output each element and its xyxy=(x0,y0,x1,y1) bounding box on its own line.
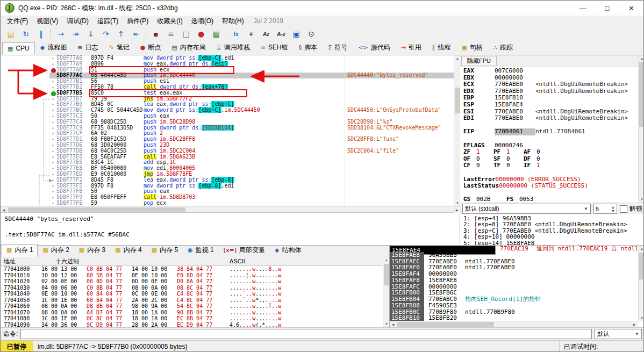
tab-cpu[interactable]: ▦CPU xyxy=(2,42,35,55)
stack-row[interactable]: 15E8FAE4770EAC19返回到 ntdll.770EAC19 自 ntd… xyxy=(390,246,638,252)
breakpoint-cell[interactable] xyxy=(49,189,56,195)
stack-row[interactable]: 15E8FAFC00000000 xyxy=(390,284,638,290)
stack-rows[interactable]: 15E8FAE4770EAC19返回到 ntdll.770EAC19 自 ntd… xyxy=(390,246,638,321)
tab-symbols[interactable]: Σ符号 xyxy=(323,41,353,55)
tab-trace[interactable]: ∴跟踪 xyxy=(488,41,518,55)
breakpoint-cell[interactable] xyxy=(49,160,56,166)
disasm-vscrollbar[interactable]: ▲ ▼ xyxy=(454,55,460,206)
scroll-left-icon[interactable]: ◀ xyxy=(1,207,7,212)
menu-item[interactable]: 文件(F) xyxy=(3,16,32,27)
tab-notes[interactable]: ✎笔记 xyxy=(103,41,134,55)
breakpoint-cell[interactable] xyxy=(49,119,56,125)
calculator-icon[interactable]: fx xyxy=(229,27,243,41)
menu-item[interactable]: 调试(D) xyxy=(62,16,93,27)
tab-memory-map[interactable]: ▤内存布局 xyxy=(166,41,211,55)
command-input[interactable] xyxy=(20,329,592,339)
scroll-up-icon[interactable]: ▲ xyxy=(639,246,644,252)
run-to-user-code-icon[interactable]: ↠ xyxy=(69,27,83,41)
tab-struct[interactable]: ◈结构体 xyxy=(270,244,306,257)
register-row[interactable]: EDI770EABE0<ntdll.DbgUiRemoteBreakin> xyxy=(463,115,638,122)
arguments-list[interactable]: 1: [esp+4] 96A59BB32: [esp+8] 770EABE0 <… xyxy=(460,214,638,246)
disasm-hscroll-thumb[interactable] xyxy=(8,207,185,212)
stack-row[interactable]: 15E8FAF0770EABE0ntdll.770EABE0 xyxy=(390,264,638,271)
tab-dump-2[interactable]: ▦内存 2 xyxy=(38,244,74,257)
tab-dump-4[interactable]: ▦内存 4 xyxy=(110,244,146,257)
dump-row[interactable]: 770410501C 00 1E 0060 84 04 772A 00 2C 0… xyxy=(1,297,383,304)
register-row[interactable]: GS002BFS0053 xyxy=(463,196,638,203)
register-row[interactable]: CF0TF0IF1 xyxy=(463,162,638,169)
notes-icon[interactable]: □ xyxy=(179,27,193,41)
command-scope-select[interactable]: 默认 ▼ xyxy=(595,329,642,339)
disasm-row[interactable]: 5D8F77FE59pop ecx xyxy=(1,200,454,206)
open-file-icon[interactable]: ▤ xyxy=(4,27,18,41)
scroll-right-icon[interactable]: ▶ xyxy=(454,207,460,212)
dump-row[interactable]: 7704100016 00 13 00C0 8B 04 7714 00 10 0… xyxy=(1,266,383,272)
tab-dump-3[interactable]: ▦内存 3 xyxy=(74,244,110,257)
tab-watch-1[interactable]: ◉监视 1 xyxy=(183,244,219,257)
execute-till-return-icon[interactable]: ↞ xyxy=(129,27,143,41)
disasm-vscroll-thumb[interactable] xyxy=(455,88,460,113)
tab-dump-1[interactable]: ▦内存 1 xyxy=(2,244,38,257)
tab-threads[interactable]: ∥线程 xyxy=(427,41,456,55)
run-icon[interactable]: → xyxy=(54,27,68,41)
tab-references[interactable]: →引用 xyxy=(396,41,427,55)
register-list[interactable]: EAX007C6000EBX00000000ECX770EABE0<ntdll.… xyxy=(460,67,638,203)
register-row[interactable]: EIP770B4061ntdll.770B4061 xyxy=(463,128,638,135)
breakpoint-cell[interactable] xyxy=(49,61,56,67)
dump-row[interactable]: 7704102002 00 0E 0000 8D 04 770D 00 0E 0… xyxy=(1,278,383,285)
stack-row[interactable]: 15E8FAEC770EABE0ntdll.770EABE0 xyxy=(390,258,638,265)
register-row[interactable]: LastStatus00000000 (STATUS_SUCCESS) xyxy=(463,183,638,190)
breakpoint-cell[interactable] xyxy=(49,125,56,131)
registers-vscroll-thumb[interactable] xyxy=(639,62,644,127)
breakpoint-cell[interactable] xyxy=(49,200,56,206)
spinner-arrows-icon[interactable]: ▲▼ xyxy=(611,205,615,213)
dump-row[interactable]: 7704101010 00 12 0080 5B 04 770E 00 10 0… xyxy=(1,272,383,279)
step-out-icon[interactable]: ↑ xyxy=(114,27,128,41)
disasm-row[interactable]: 5D8F77A98B06mov eax,dword ptr ds:[esi] xyxy=(1,61,454,67)
arg-count-spinner[interactable]: 5 ▲▼ xyxy=(593,204,617,214)
breakpoint-cell[interactable] xyxy=(49,96,56,102)
menu-item[interactable]: 选项(O) xyxy=(187,16,218,27)
tab-locals[interactable]: [x=]局部变量 xyxy=(219,244,270,257)
stack-row[interactable]: 15E8FAF815E8FAE8 xyxy=(390,277,638,284)
register-row[interactable]: EDX770EABE0<ntdll.DbgUiRemoteBreakin> xyxy=(463,88,638,95)
tab-dump-5[interactable]: ▦内存 5 xyxy=(147,244,183,257)
dump-rows[interactable]: 7704100016 00 13 00C0 8B 04 7714 00 10 0… xyxy=(1,266,383,328)
register-row[interactable]: EAX007C6000 xyxy=(463,68,638,75)
stack-row[interactable]: 15E8FB08F45905E3 xyxy=(390,303,638,309)
step-into-icon[interactable]: ↓ xyxy=(84,27,98,41)
breakpoint-cell[interactable] xyxy=(49,142,56,148)
breakpoint-cell[interactable] xyxy=(49,171,56,177)
menu-item[interactable]: 插件(P) xyxy=(123,16,153,27)
step-over-icon[interactable]: ↷ xyxy=(99,27,113,41)
stack-row[interactable]: 15E8FB0015E8FB6C xyxy=(390,290,638,296)
calling-convention-select[interactable]: 默认 (stdcall) ▼ xyxy=(462,204,591,214)
menu-item[interactable]: 追踪(T) xyxy=(93,16,123,27)
log-icon[interactable]: ≡ xyxy=(164,27,178,41)
dump-row[interactable]: 770410400E 00 10 0060 84 04 770C 00 0E 0… xyxy=(1,291,383,297)
disasm-row[interactable]: 5D8F77DB68 04C0C25Dpush im.5DC2C0045DC2C… xyxy=(1,148,454,154)
register-row[interactable]: EFLAGS00000246 xyxy=(463,142,638,149)
unlock-checkbox[interactable]: 解锁 xyxy=(620,204,642,213)
register-row[interactable]: ZF1PF1AF0 xyxy=(463,149,638,156)
breakpoint-cell[interactable] xyxy=(49,177,56,183)
breakpoint-cell[interactable] xyxy=(49,113,56,119)
breakpoint-cell[interactable] xyxy=(49,183,56,189)
dump-row[interactable]: 7704107008 00 0A 00A4 D7 04 7718 00 1A 0… xyxy=(1,310,383,316)
dump-row[interactable]: 770410801C 00 1E 000C 8C 04 7718 00 1A 0… xyxy=(1,315,383,322)
scroll-down-icon[interactable]: ▼ xyxy=(639,315,644,321)
disasm-row[interactable]: 5D8F77B585C0test eax,eax xyxy=(1,90,454,96)
scroll-down-icon[interactable]: ▼ xyxy=(639,196,644,203)
menu-item[interactable]: 视图(V) xyxy=(32,16,62,27)
assemble-icon[interactable]: Az xyxy=(259,27,273,41)
scroll-right-icon[interactable]: ▶ xyxy=(631,321,638,327)
dump-vscroll-thumb[interactable] xyxy=(384,264,389,285)
hash-icon[interactable]: # xyxy=(244,27,258,41)
breakpoint-cell[interactable] xyxy=(49,102,56,107)
disassembly-rows[interactable]: 5D8F77A6897D F4mov dword ptr ss:[ebp-C],… xyxy=(1,55,454,206)
register-row[interactable]: OF0SF0DF0 xyxy=(463,156,638,163)
minimize-button[interactable]: — xyxy=(571,1,595,16)
breakpoint-cell[interactable] xyxy=(49,78,56,84)
argument-row[interactable]: 4: [esp+10] 00000000 xyxy=(463,234,638,240)
tab-handles[interactable]: ▣句柄 xyxy=(456,41,488,55)
